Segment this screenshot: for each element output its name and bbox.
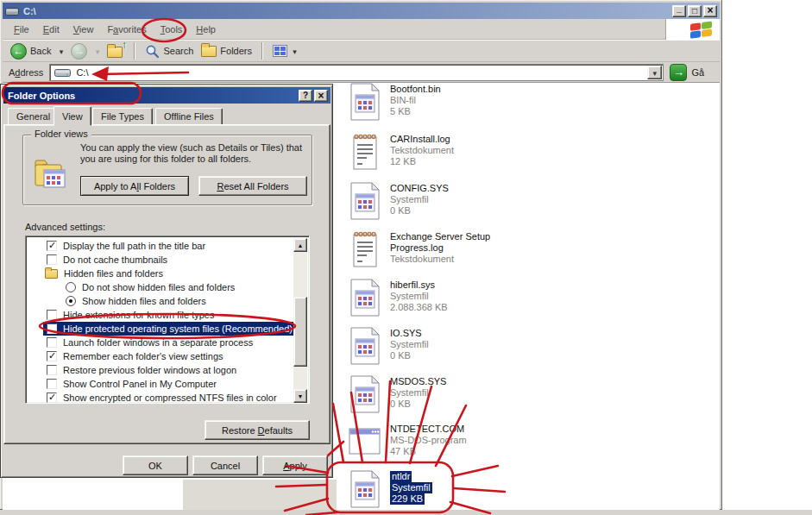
setting-row[interactable]: Launch folder windows in a separate proc… — [28, 336, 293, 349]
setting-row[interactable]: Show Control Panel in My Computer — [28, 377, 293, 391]
file-tile[interactable]: CARInstall.logTekstdokument12 KB — [348, 133, 563, 171]
checkbox-unchecked-icon[interactable] — [47, 365, 57, 375]
file-tile-ntldr-selected[interactable]: ntldrSystemfil229 KB — [348, 470, 563, 508]
back-icon — [10, 43, 27, 60]
scroll-up-icon[interactable] — [293, 238, 307, 252]
file-tile[interactable]: NTDETECT.COMMS-DOS-program47 KB — [348, 423, 563, 461]
system-file-icon — [348, 470, 382, 508]
file-type: Tekstdokument — [390, 145, 544, 156]
checkbox-checked-icon[interactable] — [47, 393, 57, 403]
ok-button[interactable]: OK — [123, 455, 188, 475]
menu-help[interactable]: Help — [190, 22, 222, 36]
menu-favorites[interactable]: Favorites — [101, 22, 152, 36]
go-button[interactable]: Gå — [670, 64, 704, 81]
menu-tools[interactable]: Tools — [154, 22, 189, 36]
maximize-button[interactable] — [688, 5, 702, 17]
scroll-down-icon[interactable] — [293, 389, 307, 403]
file-tile[interactable]: Bootfont.binBIN-fil5 KB — [348, 83, 563, 121]
menu-file[interactable]: File — [8, 22, 35, 36]
minimize-button[interactable] — [672, 5, 686, 17]
folders-button[interactable]: Folders — [199, 45, 254, 58]
help-button[interactable] — [299, 90, 312, 102]
checkbox-checked-icon[interactable] — [47, 241, 57, 251]
file-name: NTDETECT.COM — [390, 424, 544, 435]
checkbox-unchecked-icon[interactable] — [47, 379, 57, 389]
forward-dropdown[interactable] — [93, 46, 101, 56]
checkbox-unchecked-icon[interactable] — [47, 323, 57, 334]
scrollbar-thumb[interactable] — [293, 297, 307, 367]
back-button[interactable]: Back — [9, 42, 53, 60]
folders-icon — [201, 46, 217, 57]
reset-all-folders-button[interactable]: Reset All Folders — [198, 176, 307, 196]
setting-row[interactable]: Do not show hidden files and folders — [28, 280, 293, 294]
file-type: Systemfil — [390, 291, 544, 302]
views-icon — [273, 45, 287, 57]
setting-row[interactable]: Hide extensions for known file types — [28, 308, 293, 322]
setting-row[interactable]: Display the full path in the title bar — [28, 239, 293, 253]
file-tile[interactable]: CONFIG.SYSSystemfil0 KB — [348, 182, 563, 220]
toolbar-separator — [134, 42, 135, 60]
tab-offline-files[interactable]: Offline Files — [155, 108, 223, 125]
menu-edit[interactable]: Edit — [37, 22, 66, 36]
cancel-button[interactable]: Cancel — [192, 455, 258, 475]
tab-general[interactable]: General — [8, 108, 59, 125]
setting-row[interactable]: Remember each folder's view settings — [28, 349, 293, 363]
file-tile[interactable]: IO.SYSSystemfil0 KB — [348, 327, 563, 365]
apply-to-all-folders-button[interactable]: Apply to All Folders — [80, 176, 189, 196]
settings-scrollbar[interactable] — [293, 238, 307, 403]
search-button[interactable]: Search — [143, 43, 195, 60]
file-type: Systemfil — [390, 339, 544, 350]
menu-view[interactable]: View — [67, 22, 100, 36]
checkbox-unchecked-icon[interactable] — [47, 254, 57, 265]
file-size: 0 KB — [390, 350, 544, 361]
file-name: Bootfont.bin — [390, 84, 544, 95]
folders-label: Folders — [220, 46, 252, 56]
restore-defaults-button[interactable]: Restore Defaults — [205, 420, 310, 440]
menu-bar: File Edit View Favorites Tools Help — [3, 19, 665, 40]
file-tile[interactable]: hiberfil.sysSystemfil2.088.368 KB — [348, 279, 563, 317]
up-button[interactable] — [105, 43, 126, 59]
setting-label: Show encrypted or compressed NTFS files … — [63, 393, 277, 403]
window-titlebar: C:\ — [3, 3, 720, 19]
views-button[interactable] — [271, 44, 300, 58]
setting-row[interactable]: Restore previous folder windows at logon — [28, 363, 293, 377]
setting-row[interactable]: Hidden files and folders — [28, 267, 293, 280]
apply-button[interactable]: Apply — [262, 455, 328, 475]
view-tab-page: Folder views You can apply the view (suc… — [3, 124, 330, 444]
file-size: 229 KB — [390, 493, 425, 505]
close-button[interactable] — [703, 5, 717, 17]
chevron-down-icon — [651, 67, 658, 78]
tab-file-types[interactable]: File Types — [92, 108, 153, 125]
window-title: C:\ — [23, 6, 36, 16]
file-tile[interactable]: Exchange Server Setup Progress.logTekstd… — [348, 230, 563, 268]
setting-row-hide-protected-selected[interactable]: Hide protected operating system files (R… — [43, 322, 296, 336]
file-tile[interactable]: MSDOS.SYSSystemfil0 KB — [348, 375, 563, 413]
address-dropdown[interactable] — [647, 66, 662, 79]
address-label: Address — [9, 67, 43, 78]
radio-selected-icon[interactable] — [66, 296, 76, 306]
window-controls — [672, 5, 717, 17]
file-name: CONFIG.SYS — [390, 183, 544, 194]
checkbox-unchecked-icon[interactable] — [47, 337, 57, 348]
radio-unselected-icon[interactable] — [66, 282, 76, 292]
setting-label: Do not show hidden files and folders — [82, 282, 235, 292]
drive-icon — [5, 6, 19, 16]
back-dropdown[interactable] — [57, 46, 65, 56]
setting-label: Hide extensions for known file types — [63, 310, 214, 320]
file-type: Systemfil — [390, 194, 544, 205]
forward-button[interactable] — [69, 42, 89, 60]
folder-views-group: Folder views You can apply the view (suc… — [22, 135, 312, 205]
address-input[interactable]: C:\ — [49, 64, 664, 81]
dialog-titlebar: Folder Options — [3, 87, 330, 104]
setting-row[interactable]: Show hidden files and folders — [28, 294, 293, 308]
checkbox-checked-icon[interactable] — [47, 351, 57, 361]
file-type: Systemfil — [390, 387, 544, 399]
checkbox-unchecked-icon[interactable] — [47, 310, 57, 320]
dialog-close-button[interactable] — [314, 90, 328, 102]
setting-row[interactable]: Do not cache thumbnails — [28, 253, 293, 267]
address-value: C:\ — [76, 67, 88, 78]
setting-row[interactable]: Show encrypted or compressed NTFS files … — [28, 391, 293, 405]
folder-views-legend: Folder views — [31, 129, 91, 139]
application-file-icon — [348, 423, 382, 461]
tab-view[interactable]: View — [54, 106, 91, 126]
